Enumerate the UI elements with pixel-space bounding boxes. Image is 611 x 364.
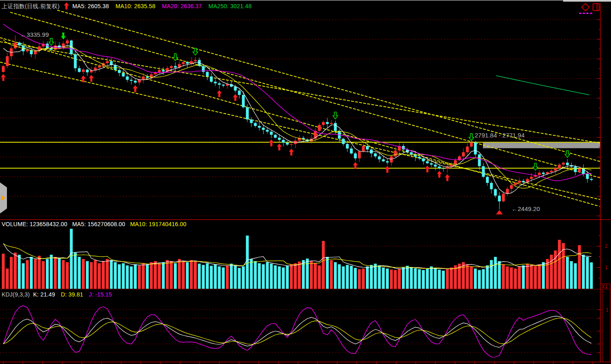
low-price-label: ←2449.20	[512, 205, 540, 212]
chart-canvas[interactable]	[0, 0, 611, 364]
split-window-icon[interactable]	[593, 3, 600, 11]
volume-axis-label-100m: 1	[605, 265, 608, 270]
kdj-title: KDJ(9,3,3)	[2, 291, 30, 298]
gap-range-label: 2791.84 - 2771.94	[475, 132, 525, 139]
ma20-value: MA20: 2636.37	[162, 3, 202, 9]
volume-value: VOLUME: 123658432.00	[2, 221, 67, 227]
volume-ma10-value: MA10: 191740416.00	[130, 221, 187, 227]
kdj-j-value: J: -15.15	[89, 291, 112, 298]
low-point-marker	[496, 210, 503, 214]
ma5-value: MA5: 2605.38	[72, 3, 109, 9]
main-pane-header: 上证指数(日线.前复权)MA5: 2605.38MA10: 2635.58MA2…	[2, 2, 255, 11]
magenta-dashed-marker	[579, 13, 592, 14]
horizontal-support-lines	[0, 142, 600, 168]
gap-zone-bar	[483, 143, 600, 148]
ma10-value: MA10: 2635.58	[115, 3, 156, 9]
high-price-label: ←3335.99	[20, 31, 49, 38]
kdj-pane-header: KDJ(9,3,3)K: 21.49D: 39.81J: -15.15	[2, 291, 119, 298]
kdj-lines	[3, 306, 591, 357]
kdj-axis-label-100: 1	[606, 307, 609, 313]
candle-series	[2, 36, 593, 210]
pane-toolbar	[582, 3, 600, 11]
volume-ma5-value: MA5: 156270608.00	[72, 221, 125, 227]
indicator-window-label: X1	[602, 284, 608, 290]
symbol-title: 上证指数(日线.前复权)	[2, 3, 60, 9]
price-up-arrow-icon	[64, 2, 69, 11]
ma250-value: MA250: 3021.48	[208, 3, 252, 9]
volume-bars	[2, 229, 593, 289]
volume-pane-header: VOLUME: 123658432.00MA5: 156270608.00MA1…	[2, 221, 193, 227]
kdj-d-value: D: 39.81	[61, 291, 83, 298]
kdj-k-value: K: 21.49	[33, 291, 55, 298]
expand-right-icon	[1, 195, 5, 201]
sidebar-expander-tab[interactable]	[0, 182, 7, 213]
trend-channel-lines	[0, 10, 600, 207]
volume-axis-label-200m: 2	[605, 243, 608, 249]
diamond-icon[interactable]	[581, 3, 590, 11]
stock-chart-window: 上证指数(日线.前复权)MA5: 2605.38MA10: 2635.58MA2…	[0, 0, 611, 364]
ma250-segment	[496, 76, 589, 95]
